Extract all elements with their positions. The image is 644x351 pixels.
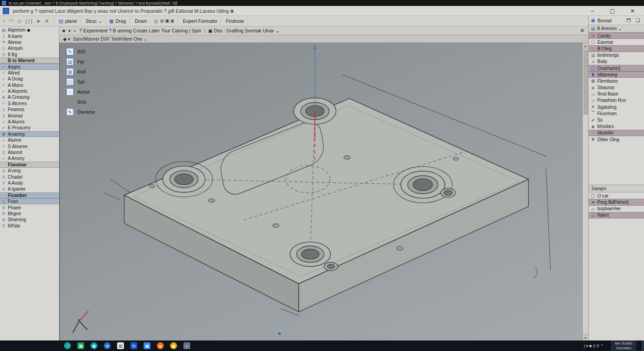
toolbar-sys-icons[interactable]: ◔ ◠ ◇ ||| ➤ ✕ — [2, 18, 54, 24]
geometry-item[interactable]: ◯ O car — [589, 192, 644, 199]
left-panel-item[interactable]: E RPide — [0, 223, 59, 229]
left-panel-item[interactable]: ✓ S Atorres — [0, 101, 59, 106]
left-panel-item[interactable]: ➤ A Creaung — [0, 94, 59, 100]
operation-type-item[interactable]: ◆ bhodars — [589, 123, 644, 130]
viewport-tool[interactable]: 9olo — [66, 98, 95, 106]
right-panel-dropdown[interactable]: ▤ B Armoirs ⌄ — [589, 25, 644, 32]
left-panel-item[interactable]: ✓ A Anony — [0, 155, 59, 161]
left-panel-item[interactable]: 2 Anorad — [0, 112, 59, 118]
left-panel-item[interactable]: 2 A Analy — [0, 180, 59, 186]
left-panel-item[interactable]: 6 A lganee — [0, 186, 59, 192]
left-panel-item[interactable]: ▤ Algorism ◆ — [0, 27, 59, 33]
operation-type-item[interactable]: ▔ Fluorham — [589, 110, 644, 117]
close-button[interactable]: ✕ — [628, 8, 637, 14]
left-panel-item[interactable]: S Chadel — [0, 174, 59, 180]
right-panel-section2-header[interactable]: Sarapo — [589, 185, 644, 192]
scroll-up-icon[interactable]: ▲ — [583, 43, 588, 49]
viewport-tool[interactable]: ▫ Aome — [66, 88, 95, 96]
left-panel-item[interactable]: 1 Alcquin — [0, 45, 59, 51]
left-panel-item[interactable]: Flandow — [0, 162, 59, 168]
tab-title[interactable]: ? Experiment ? B anning Create Later Tou… — [79, 28, 201, 33]
left-panel-item[interactable]: D Bhgne — [0, 211, 59, 217]
operation-type-item[interactable]: ◈ Sbauras — [589, 85, 644, 91]
viewport-tool[interactable]: ✎ Dwrame — [66, 108, 95, 116]
left-panel-item[interactable]: B Phaee — [0, 204, 59, 210]
taskbar-app-icon[interactable]: ◉ — [91, 342, 97, 349]
left-panel-item[interactable]: ✓ Altred — [0, 70, 59, 76]
taskbar-clock[interactable]: NN TEAMS Grenaden — [611, 340, 636, 351]
taskbar-app-icon[interactable]: ▤ — [117, 342, 124, 349]
left-panel-item[interactable]: ◷ 8 Bg — [0, 52, 59, 58]
graphics-viewport[interactable]: ✎ B/D ▤ Fpr ▥ Roll ▢ Sp — [59, 43, 588, 340]
geometry-item[interactable]: ▰ Perg BdPelren] — [589, 199, 644, 205]
toolbar-button[interactable]: ▣ Drag — [106, 17, 129, 25]
operation-type-item[interactable]: ▼ Sgaluting — [589, 104, 644, 110]
viewport-tool[interactable]: ✎ B/D — [66, 48, 95, 56]
toolbar-button[interactable]: Struc ⌄ — [80, 17, 106, 25]
viewport-tool[interactable]: ▢ Spt — [66, 78, 95, 86]
operation-type-item[interactable]: ▱ Poaehion Ros — [589, 97, 644, 104]
left-panel-item[interactable]: ◉ Anairing — [0, 131, 59, 137]
toolbar-button[interactable]: Down — [130, 17, 151, 25]
left-panel-item[interactable]: ✦ Abrear — [0, 39, 59, 45]
panel-header-icons[interactable]: 🗖 ❏ — [626, 18, 642, 23]
minimize-button[interactable]: – — [588, 8, 596, 14]
toolbar-button[interactable]: ◎ ⦾ ▣ ⦿ — [150, 17, 178, 25]
menu-bar-text[interactable]: perform g ? opered Lace dilligent Bay y … — [13, 8, 585, 14]
left-panel-item[interactable]: 1 Fearess — [0, 106, 59, 112]
operation-type-item[interactable]: ▢ Eanmar — [589, 39, 644, 45]
viewport-tool[interactable]: ▤ Fpr — [66, 58, 95, 66]
operation-type-item[interactable]: ▤ bodreaogs — [589, 52, 644, 58]
left-panel-item[interactable]: ✓ E Proacery — [0, 125, 59, 131]
operation-type-item[interactable]: ◯ Ovarhamn] — [589, 65, 644, 71]
left-panel-item[interactable]: B to Warned — [0, 58, 59, 64]
left-panel-item[interactable]: ✓ A Airports — [0, 88, 59, 94]
operation-type-item[interactable]: ✔ Ss — [589, 117, 644, 123]
operation-type-item[interactable]: ▮ Iditanning — [589, 71, 644, 78]
left-panel-item[interactable]: 3 Alaond — [0, 149, 59, 155]
operation-type-item[interactable]: ▦ Candy — [589, 32, 644, 39]
taskbar-app-icon[interactable]: ▣ — [144, 342, 150, 349]
operation-type-item[interactable]: ▦ Flembone — [589, 78, 644, 84]
left-panel-item[interactable]: ✓ A Doag — [0, 76, 59, 82]
tray-icons[interactable]: | ▾ ■ 2 © ⌃ — [584, 344, 604, 348]
viewport-tool[interactable]: ▥ Roll — [66, 68, 95, 76]
system-tray[interactable]: | ▾ ■ 2 © ⌃ — [584, 344, 606, 348]
tab-subtitle[interactable]: ▣ Des : Grafting Sermak Ulnar ⌄ — [208, 28, 279, 33]
scroll-down-icon[interactable]: ▼ — [583, 335, 588, 340]
geometry-item[interactable]: ▱ bopbaeVee — [589, 206, 644, 212]
taskbar-app-icon[interactable]: ▪ — [183, 342, 190, 349]
toolbar-button[interactable]: Findnow — [221, 17, 248, 25]
view-selector-label[interactable]: Sara/Manner DXF Tenth/Item One ⌄ — [73, 37, 148, 42]
geometry-item[interactable]: ▭ Ifalert — [589, 212, 644, 218]
operation-type-item[interactable]: ▭ Ifrod Base — [589, 91, 644, 97]
left-panel-item[interactable]: ✓ S Aloaree — [0, 143, 59, 149]
left-panel-item[interactable]: ✓ Aturne — [0, 137, 59, 143]
taskbar-app-icon[interactable]: ▲ — [157, 342, 164, 349]
maximize-button[interactable]: ▢ — [608, 8, 617, 14]
taskbar-app-icon[interactable]: ▦ — [77, 342, 84, 349]
left-panel-item[interactable]: Flcanber — [0, 192, 59, 198]
scrollbar-thumb[interactable] — [584, 50, 588, 114]
left-panel-item[interactable]: 1 Fvao — [0, 198, 59, 204]
show-desktop-button[interactable] — [642, 340, 644, 351]
taskbar-app-icon[interactable]: ◔ — [64, 342, 71, 349]
left-panel-item[interactable]: S A'verg — [0, 168, 59, 174]
viewport-scrollbar[interactable]: ▲ ▼ — [582, 43, 588, 340]
toolbar-button[interactable]: Expert Formatio — [178, 17, 221, 25]
left-panel-item[interactable]: B Sharning — [0, 217, 59, 223]
taskbar-app-icon[interactable]: ● — [104, 342, 111, 349]
view-selector-icons[interactable]: ◆ ▾ — [63, 37, 70, 42]
tab-bar-icons[interactable]: ■ ▾ ▪ — [62, 28, 76, 33]
toolbar-button[interactable]: ▤ plane — [55, 17, 80, 25]
tab-close-icon[interactable]: ✕ — [579, 27, 585, 34]
left-panel-item[interactable]: ✓ A Alures — [0, 119, 59, 125]
left-panel-item[interactable]: 1 A barer — [0, 33, 59, 39]
operation-type-item[interactable]: ◔ Iduanlio — [589, 130, 644, 136]
operation-type-item[interactable]: 4 Baily — [589, 58, 644, 65]
taskbar-app-icon[interactable]: ◆ — [170, 342, 177, 349]
left-panel-item[interactable]: ✓ Asgns — [0, 64, 59, 69]
left-panel-item[interactable]: ✓ A Mano — [0, 82, 59, 88]
operation-type-item[interactable]: ▥ B:Oteg — [589, 45, 644, 52]
operation-type-item[interactable]: ✚ Ditter Olng — [589, 136, 644, 143]
